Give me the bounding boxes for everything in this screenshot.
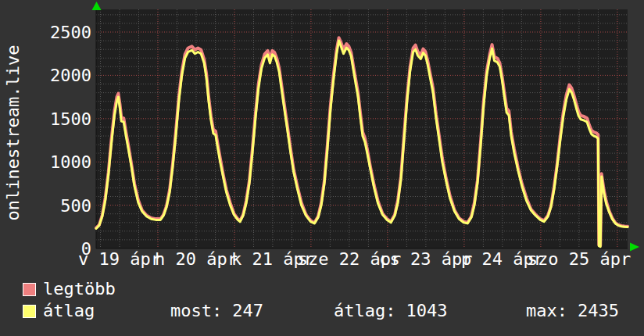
stat-max: max:2435 (526, 302, 619, 320)
svg-text:1500: 1500 (50, 109, 91, 129)
svg-text:szo 25 ápr: szo 25 ápr (528, 249, 631, 269)
svg-text:0: 0 (81, 239, 91, 259)
legend-swatch-max (23, 283, 36, 296)
series-legtobb-line (96, 38, 628, 245)
legend-label-max: legtöbb (43, 281, 116, 298)
y-axis-labels: 05001000150020002500 (50, 23, 91, 259)
legend-swatch-avg (23, 305, 36, 318)
svg-text:2500: 2500 (50, 23, 91, 42)
svg-text:1000: 1000 (50, 152, 91, 172)
svg-text:cs 23 ápr: cs 23 ápr (379, 249, 472, 269)
axis-lines (96, 9, 628, 248)
y-axis-title: onlinestream.live (5, 45, 22, 220)
stat-avg-value: 1043 (406, 301, 447, 320)
stat-most: most:247 (170, 302, 263, 320)
grid-minor (96, 9, 628, 248)
grid-major (96, 9, 628, 248)
svg-text:h 20 ápr: h 20 ápr (155, 249, 238, 269)
stat-most-label: most: (170, 301, 222, 320)
svg-text:500: 500 (60, 196, 91, 216)
stat-max-value: 2435 (578, 301, 619, 320)
graph-background: { "title": "onlinestream.live", "colors"… (0, 0, 644, 336)
svg-text:k 21 ápr: k 21 ápr (231, 249, 314, 269)
stat-max-label: max: (526, 301, 567, 320)
stat-avg: átlag:1043 (334, 302, 447, 320)
svg-text:v 19 ápr: v 19 ápr (78, 249, 161, 269)
svg-text:2000: 2000 (50, 66, 91, 85)
svg-text:p 24 ápr: p 24 ápr (461, 249, 544, 269)
x-axis-arrow-icon (630, 243, 639, 252)
svg-text:sze 22 ápr: sze 22 ápr (298, 249, 401, 269)
x-axis-labels: v 19 áprh 20 áprk 21 áprsze 22 áprcs 23 … (78, 249, 631, 269)
y-axis-arrow-icon (92, 2, 102, 10)
series-atlag-line (96, 41, 628, 247)
plot-background (96, 9, 628, 248)
legend-label-avg: átlag (43, 302, 95, 320)
stat-most-value: 247 (232, 301, 263, 320)
stat-avg-label: átlag: (334, 301, 395, 320)
